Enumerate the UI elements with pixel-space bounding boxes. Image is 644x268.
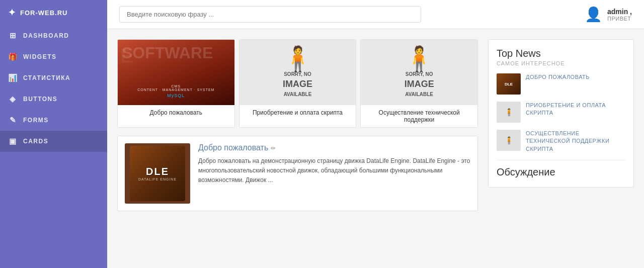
logo-text: FOR-WEB.RU	[20, 9, 68, 17]
sidebar-item-dashboard[interactable]: ⊞ DASHBOARD	[0, 25, 107, 46]
news-thumb-noimg-2: 🧍	[497, 102, 521, 123]
dle-box: DLE DATALIFE ENGINE	[130, 146, 185, 201]
sorry-text-3: SORRY, NO IMAGE AVAILABLE	[405, 71, 434, 98]
card-item-2[interactable]: 🧍 SORRY, NO IMAGE AVAILABLE Приобретение…	[239, 39, 357, 128]
discussion-title: Обсуждение	[497, 166, 625, 178]
news-thumb-1: DLE	[497, 73, 521, 95]
center-area: E CMS CONTENT · MANAGEMENT · SYSTEM MySQ…	[117, 39, 478, 258]
card-image-3: 🧍 SORRY, NO IMAGE AVAILABLE	[361, 40, 477, 105]
logo: ✦ FOR-WEB.RU	[0, 0, 107, 25]
sorry-figure-3: 🧍	[404, 47, 434, 71]
top-news-title: Top News	[497, 48, 625, 59]
card-item-3[interactable]: 🧍 SORRY, NO IMAGE AVAILABLE Осуществлени…	[360, 39, 478, 128]
right-sidebar: Top News САМОЕ ИНТЕРЕСНОЕ DLE ДОБРО ПОЖА…	[488, 39, 634, 258]
sidebar-item-statistics[interactable]: 📊 СТАТИСТИКА	[0, 67, 107, 88]
card-label-3: Осуществление технической поддержки	[361, 105, 477, 127]
user-greeting: ПРИВЕТ	[607, 16, 632, 22]
sidebar-item-label: FORMS	[23, 117, 49, 124]
content-area: E CMS CONTENT · MANAGEMENT · SYSTEM MySQ…	[107, 29, 644, 268]
sidebar-item-buttons[interactable]: ◈ BUTTONS	[0, 88, 107, 110]
news-item-1[interactable]: DLE ДОБРО ПОЖАЛОВАТЬ	[497, 73, 625, 95]
featured-article: DLE DATALIFE ENGINE Добро пожаловать ✏ Д…	[117, 136, 478, 211]
news-link-2[interactable]: ПРИОБРЕТЕНИЕ И ОПЛАТА СКРИПТА	[526, 102, 625, 117]
top-news-panel: Top News САМОЕ ИНТЕРЕСНОЕ DLE ДОБРО ПОЖА…	[488, 39, 634, 188]
logo-icon: ✦	[8, 7, 16, 18]
sidebar-item-label: CARDS	[23, 138, 48, 145]
featured-image: DLE DATALIFE ENGINE	[125, 143, 190, 204]
dle-title: DLE	[146, 166, 169, 177]
sidebar-item-forms[interactable]: ✎ FORMS	[0, 110, 107, 131]
news-thumb-2: 🧍	[497, 102, 521, 123]
sorry-figure-2: 🧍	[283, 47, 313, 71]
featured-text: Добро пожаловать на демонстрационную стр…	[198, 156, 470, 186]
user-info: 👤 admin , ПРИВЕТ	[585, 6, 632, 23]
card-image-1: E CMS CONTENT · MANAGEMENT · SYSTEM MySQ…	[118, 40, 234, 105]
featured-title: Добро пожаловать ✏	[198, 143, 470, 152]
user-avatar-icon: 👤	[585, 6, 602, 23]
card-label-2: Приобретение и оплата скрипта	[239, 105, 356, 120]
sidebar-item-label: WIDGETS	[23, 53, 57, 60]
featured-body: Добро пожаловать ✏ Добро пожаловать на д…	[198, 143, 470, 204]
cards-icon: ▣	[8, 137, 18, 146]
news-item-2[interactable]: 🧍 ПРИОБРЕТЕНИЕ И ОПЛАТА СКРИПТА	[497, 102, 625, 123]
sidebar: ✦ FOR-WEB.RU ⊞ DASHBOARD 🎁 WIDGETS 📊 СТА…	[0, 0, 107, 268]
sidebar-item-label: DASHBOARD	[23, 32, 69, 39]
news-item-3[interactable]: 🧍 ОСУЩЕСТВЛЕНИЕ ТЕХНИЧЕСКОЙ ПОДДЕРЖКИ СК…	[497, 130, 625, 153]
header: 👤 admin , ПРИВЕТ	[107, 0, 644, 29]
statistics-icon: 📊	[8, 73, 18, 82]
sidebar-item-widgets[interactable]: 🎁 WIDGETS	[0, 46, 107, 67]
noimg-icon-3: 🧍	[505, 136, 513, 144]
sorry-text-2: SORRY, NO IMAGE AVAILABLE	[283, 71, 312, 98]
news-thumb-noimg-3: 🧍	[497, 130, 521, 151]
widgets-icon: 🎁	[8, 52, 18, 61]
noimg-icon-2: 🧍	[505, 108, 513, 116]
discussion-section: Обсуждение	[497, 160, 625, 178]
cards-row: E CMS CONTENT · MANAGEMENT · SYSTEM MySQ…	[117, 39, 478, 128]
sidebar-item-label: СТАТИСТИКА	[23, 74, 70, 81]
sidebar-item-cards[interactable]: ▣ CARDS	[0, 131, 107, 152]
edit-icon[interactable]: ✏	[271, 145, 276, 152]
cms-image: E CMS CONTENT · MANAGEMENT · SYSTEM MySQ…	[118, 40, 234, 105]
news-thumb-3: 🧍	[497, 130, 521, 151]
search-input[interactable]	[119, 6, 421, 23]
buttons-icon: ◈	[8, 95, 18, 104]
forms-icon: ✎	[8, 116, 18, 125]
sidebar-item-label: BUTTONS	[23, 96, 57, 103]
main-area: 👤 admin , ПРИВЕТ E CMS	[107, 0, 644, 268]
user-name: admin ,	[607, 8, 632, 16]
user-text: admin , ПРИВЕТ	[607, 8, 632, 22]
dle-sub: DATALIFE ENGINE	[138, 177, 177, 181]
news-link-1[interactable]: ДОБРО ПОЖАЛОВАТЬ	[526, 73, 590, 81]
top-news-subtitle: САМОЕ ИНТЕРЕСНОЕ	[497, 60, 625, 66]
card-image-2: 🧍 SORRY, NO IMAGE AVAILABLE	[239, 40, 356, 105]
card-label-1: Добро пожаловать	[118, 105, 234, 120]
news-link-3[interactable]: ОСУЩЕСТВЛЕНИЕ ТЕХНИЧЕСКОЙ ПОДДЕРЖКИ СКРИ…	[526, 130, 625, 153]
card-item-1[interactable]: E CMS CONTENT · MANAGEMENT · SYSTEM MySQ…	[117, 39, 235, 128]
news-thumb-dle-icon: DLE	[497, 73, 521, 95]
dashboard-icon: ⊞	[8, 31, 18, 40]
